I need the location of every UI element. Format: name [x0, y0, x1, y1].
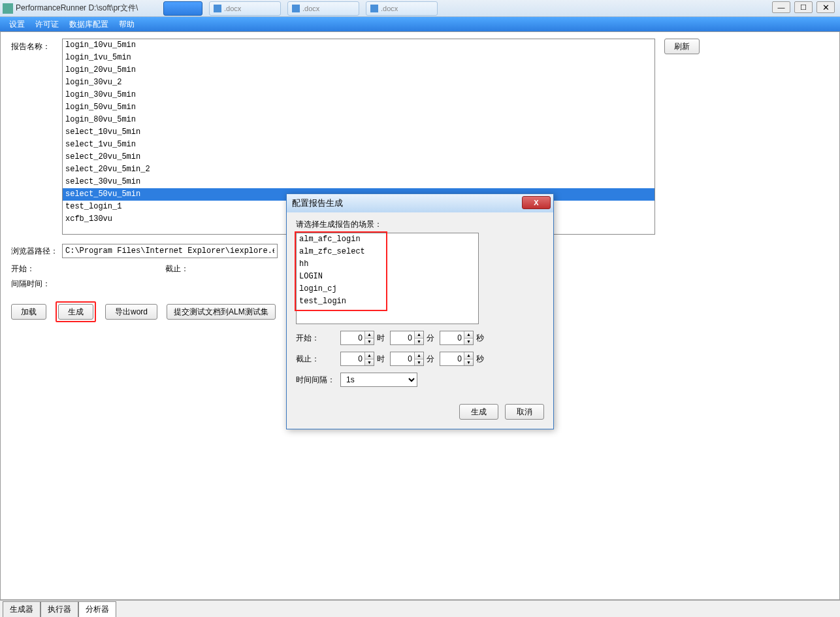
app-icon [3, 3, 13, 14]
report-list-item[interactable]: login_80vu_5min [63, 114, 654, 126]
tab-generator[interactable]: 生成器 [3, 601, 40, 617]
start-label: 开始： [11, 263, 35, 275]
spin-down-icon[interactable]: ▼ [365, 339, 374, 345]
taskbar-tab-doc2[interactable]: .docx [287, 1, 359, 16]
start-sec-input[interactable] [440, 331, 464, 344]
report-list-item[interactable]: select_20vu_5min [63, 151, 654, 163]
end-min-spinner[interactable]: ▲▼ [390, 352, 424, 366]
second-unit: 秒 [476, 333, 487, 344]
window-title: PerformanceRunner D:\soft\pr文件\ [16, 3, 138, 14]
maximize-button[interactable]: ☐ [794, 1, 813, 13]
hour-unit: 时 [377, 333, 387, 344]
close-button[interactable]: ✕ [816, 1, 835, 13]
word-icon [370, 5, 378, 12]
spin-up-icon[interactable]: ▲ [365, 331, 374, 339]
start-sec-spinner[interactable]: ▲▼ [440, 331, 474, 345]
menu-settings[interactable]: 设置 [4, 18, 30, 31]
report-list-item[interactable]: login_1vu_5min [63, 52, 654, 64]
report-list-item[interactable]: select_30vu_5min [63, 176, 654, 188]
menu-help[interactable]: 帮助 [114, 18, 140, 31]
spin-down-icon[interactable]: ▼ [365, 359, 374, 366]
end-sec-spinner[interactable]: ▲▼ [440, 352, 474, 366]
end-hour-spinner[interactable]: ▲▼ [340, 352, 374, 366]
minute-unit: 分 [427, 333, 437, 344]
interval-select[interactable]: 1s [340, 373, 417, 387]
word-icon [292, 5, 300, 12]
spin-down-icon[interactable]: ▼ [464, 339, 473, 345]
menubar: 设置 许可证 数据库配置 帮助 [0, 17, 840, 31]
scene-list[interactable]: alm_afc_loginalm_zfc_selecthhLOGINlogin_… [296, 233, 479, 324]
end-label: 截止： [165, 263, 189, 275]
scene-prompt-label: 请选择生成报告的场景： [296, 219, 544, 230]
scene-list-item[interactable]: hh [297, 258, 478, 271]
dialog-close-button[interactable]: X [522, 196, 551, 209]
bottom-tab-strip: 生成器 执行器 分析器 [0, 600, 840, 617]
tab-executor[interactable]: 执行器 [40, 601, 78, 617]
report-list-item[interactable]: select_1vu_5min [63, 139, 654, 151]
generate-button[interactable]: 生成 [58, 304, 93, 320]
refresh-button[interactable]: 刷新 [664, 39, 700, 54]
menu-db-config[interactable]: 数据库配置 [64, 18, 114, 31]
hour-unit: 时 [377, 354, 387, 365]
submit-alm-button[interactable]: 提交测试文档到ALM测试集 [167, 304, 276, 320]
load-button[interactable]: 加载 [11, 304, 46, 320]
dialog-title-text: 配置报告生成 [292, 197, 343, 209]
dialog-titlebar[interactable]: 配置报告生成 X [287, 194, 553, 212]
report-list-item[interactable]: login_30vu_2 [63, 76, 654, 89]
taskbar-tab-doc3[interactable]: .docx [366, 1, 438, 16]
start-min-input[interactable] [391, 331, 414, 344]
browser-path-label: 浏览器路径： [11, 246, 62, 257]
report-list-item[interactable]: login_20vu_5min [63, 64, 654, 76]
menu-license[interactable]: 许可证 [30, 18, 64, 31]
minimize-button[interactable]: — [772, 1, 790, 13]
spin-up-icon[interactable]: ▲ [415, 331, 423, 339]
tab-analyzer[interactable]: 分析器 [78, 601, 116, 617]
interval-label: 间隔时间： [11, 278, 50, 290]
config-report-dialog: 配置报告生成 X 请选择生成报告的场景： alm_afc_loginalm_zf… [286, 193, 554, 429]
minute-unit: 分 [427, 354, 437, 365]
scene-list-item[interactable]: test_login [297, 295, 478, 308]
spin-down-icon[interactable]: ▼ [464, 359, 473, 366]
spin-down-icon[interactable]: ▼ [415, 359, 423, 366]
scene-list-item[interactable]: alm_zfc_select [297, 246, 478, 258]
dialog-generate-button[interactable]: 生成 [459, 404, 498, 420]
spin-up-icon[interactable]: ▲ [464, 331, 473, 339]
report-name-label: 报告名称： [11, 39, 62, 52]
taskbar-tab-active[interactable] [163, 1, 202, 16]
browser-path-input[interactable] [62, 244, 278, 258]
dialog-start-label: 开始： [296, 333, 338, 344]
start-min-spinner[interactable]: ▲▼ [390, 331, 424, 345]
second-unit: 秒 [476, 354, 487, 365]
end-min-input[interactable] [391, 352, 414, 365]
scene-list-item[interactable]: alm_afc_login [297, 233, 478, 246]
dialog-interval-label: 时间间隔： [296, 375, 338, 386]
scene-list-item[interactable]: login_cj [297, 283, 478, 295]
report-list-item[interactable]: select_10vu_5min [63, 126, 654, 139]
end-hour-input[interactable] [341, 352, 364, 365]
spin-up-icon[interactable]: ▲ [464, 352, 473, 359]
report-list-item[interactable]: login_10vu_5min [63, 39, 654, 52]
taskbar-tabs: .docx .docx .docx [163, 1, 438, 16]
end-sec-input[interactable] [440, 352, 464, 365]
start-hour-spinner[interactable]: ▲▼ [340, 331, 374, 345]
window-titlebar: PerformanceRunner D:\soft\pr文件\ .docx .d… [0, 0, 840, 17]
start-hour-input[interactable] [341, 331, 364, 344]
dialog-end-label: 截止： [296, 354, 338, 365]
generate-highlight: 生成 [56, 301, 96, 322]
spin-up-icon[interactable]: ▲ [365, 352, 374, 359]
dialog-cancel-button[interactable]: 取消 [505, 404, 544, 420]
word-icon [214, 5, 221, 12]
scene-list-item[interactable]: LOGIN [297, 271, 478, 283]
report-list-item[interactable]: login_30vu_5min [63, 89, 654, 101]
report-list-item[interactable]: login_50vu_5min [63, 101, 654, 114]
export-word-button[interactable]: 导出word [105, 304, 157, 320]
taskbar-tab-doc1[interactable]: .docx [209, 1, 281, 16]
spin-up-icon[interactable]: ▲ [415, 352, 423, 359]
report-list-item[interactable]: select_20vu_5min_2 [63, 163, 654, 176]
spin-down-icon[interactable]: ▼ [415, 339, 423, 345]
